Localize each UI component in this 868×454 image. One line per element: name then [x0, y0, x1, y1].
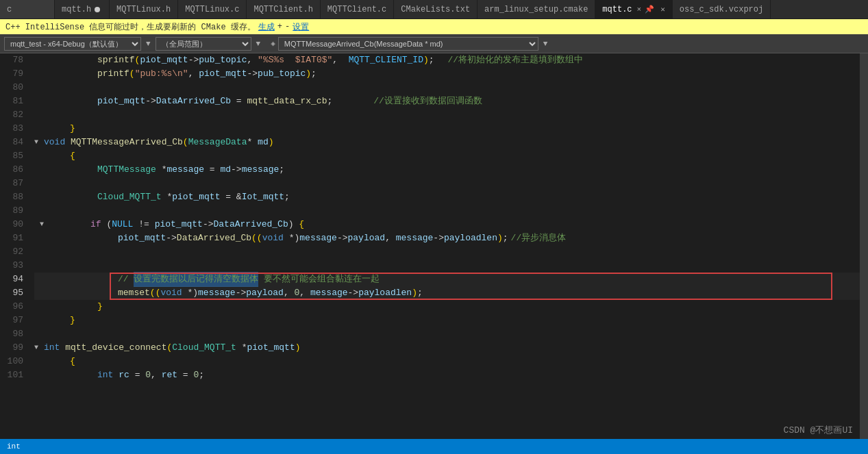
info-text: C++ IntelliSense 信息可能过时，生成要刷新的 CMake 缓存。	[5, 21, 256, 33]
code-78-fn: sprintf	[97, 53, 135, 67]
tab-label: mqtt.h	[62, 5, 91, 14]
settings-link[interactable]: 设置	[293, 21, 309, 33]
tab-label: c	[7, 5, 12, 14]
tab-label: MQTTClient.c	[327, 5, 386, 14]
tab-mqttlinux-c[interactable]: MQTTLinux.c	[178, 0, 247, 18]
code-line-82	[34, 108, 860, 122]
function-icon: ◈	[271, 39, 275, 48]
ln-87: 87	[7, 177, 23, 190]
code-line-79: printf("pub:%s\n", piot_mqtt->pub_topic)…	[34, 67, 860, 81]
tab-label: arm_linux_setup.cmake	[484, 5, 588, 14]
code-line-78: sprintf(piot_mqtt->pub_topic, "%S%s $IAT…	[34, 53, 860, 67]
tab-cmakelists[interactable]: CMakeLists.txt	[394, 0, 478, 18]
function-select[interactable]: MQTTMessageArrived_Cb(MessageData * md)	[278, 37, 538, 51]
project-select[interactable]: mqtt_test - x64-Debug（默认值）	[4, 37, 141, 51]
dropdown-arrow3: ▼	[541, 39, 550, 49]
code-line-88: Cloud_MQTT_t *piot_mqtt = &Iot_mqtt;	[34, 190, 860, 204]
code-line-86: MQTTMessage *message = md->message;	[34, 163, 860, 177]
ln-97: 97	[7, 314, 23, 327]
code-line-80	[34, 81, 860, 94]
ln-81: 81	[7, 94, 23, 108]
vertical-scrollbar[interactable]	[860, 53, 868, 454]
code-line-92	[34, 245, 860, 259]
collapse-icon-84[interactable]: ▼	[34, 136, 42, 149]
tab-bar: c mqtt.h MQTTLinux.h MQTTLinux.c MQTTCli…	[0, 0, 868, 19]
modified-indicator	[95, 7, 100, 12]
status-bar: int	[0, 439, 868, 454]
code-line-99: ▼ int mqtt_device_connect(Cloud_MQTT_t *…	[34, 341, 860, 355]
code-line-81: piot_mqtt->DataArrived_Cb = mqtt_data_rx…	[34, 94, 860, 108]
code-content[interactable]: sprintf(piot_mqtt->pub_topic, "%S%s $IAT…	[29, 53, 860, 454]
tab-label: oss_c_sdk.vcxproj	[680, 5, 763, 14]
ln-80: 80	[7, 81, 23, 94]
pin-icon2: 📌	[645, 5, 654, 14]
comment-81: //设置接收到数据回调函数	[373, 94, 482, 108]
ln-85: 85	[7, 149, 23, 163]
tab-arm-setup[interactable]: arm_linux_setup.cmake	[478, 0, 595, 18]
tab-c[interactable]: c	[0, 0, 55, 18]
code-line-84: ▼ void MQTTMessageArrived_Cb(MessageData…	[34, 136, 860, 149]
sep2: -	[285, 22, 290, 31]
code-line-101: int rc = 0, ret = 0;	[34, 368, 860, 382]
collapse-icon-90[interactable]: ▼	[40, 218, 48, 231]
pin-icon: ×	[637, 5, 642, 14]
tab-label: MQTTLinux.c	[185, 5, 239, 14]
ln-78: 78	[7, 53, 23, 67]
code-line-97: }	[34, 314, 860, 327]
tab-mqttclient-h[interactable]: MQTTClient.h	[247, 0, 320, 18]
editor-area: 78 79 80 81 82 83 84 85 86 87 88 89 90 9…	[0, 53, 868, 454]
code-line-95: memset((void *)message->payload, 0, mess…	[34, 286, 860, 300]
code-line-85: {	[34, 149, 860, 163]
ln-101: 101	[7, 368, 23, 382]
dropdown-arrow: ▼	[144, 39, 153, 49]
ln-86: 86	[7, 163, 23, 177]
line-numbers: 78 79 80 81 82 83 84 85 86 87 88 89 90 9…	[0, 53, 29, 454]
toolbar: mqtt_test - x64-Debug（默认值） ▼ （全局范围） ▼ ◈ …	[0, 34, 868, 53]
code-line-98	[34, 327, 860, 341]
comment-94: //	[118, 273, 134, 286]
tab-mqttlinux-h[interactable]: MQTTLinux.h	[110, 0, 178, 18]
code-line-90: ▼ if (NULL != piot_mqtt->DataArrived_Cb)…	[34, 218, 860, 231]
tab-oss-sdk[interactable]: oss_c_sdk.vcxproj	[673, 0, 771, 18]
ln-94: 94	[7, 273, 23, 286]
ln-91: 91	[7, 231, 23, 245]
ln-100: 100	[7, 355, 23, 368]
code-line-87	[34, 177, 860, 190]
code-line-91: piot_mqtt->DataArrived_Cb((void *)messag…	[34, 231, 860, 245]
code-line-94: // 设置完数据以后记得清空数据体 要不然可能会组合黏连在一起	[34, 273, 860, 286]
ln-79: 79	[7, 67, 23, 81]
ln-95: 95	[7, 286, 23, 300]
scope-select[interactable]: （全局范围）	[156, 37, 251, 51]
tab-mqtt-c[interactable]: mqtt.c × 📌 ✕	[595, 0, 672, 18]
code-line-100: {	[34, 355, 860, 368]
collapse-icon-99[interactable]: ▼	[34, 341, 42, 355]
tab-label: mqtt.c	[602, 5, 632, 14]
info-bar: C++ IntelliSense 信息可能过时，生成要刷新的 CMake 缓存。…	[0, 19, 868, 34]
ln-88: 88	[7, 190, 23, 204]
code-line-83: }	[34, 122, 860, 136]
ln-99: 99	[7, 341, 23, 355]
tab-label: CMakeLists.txt	[401, 5, 470, 14]
ln-84: 84	[7, 136, 23, 149]
ln-83: 83	[7, 122, 23, 136]
ln-93: 93	[7, 259, 23, 273]
build-link[interactable]: 生成	[258, 21, 275, 33]
code-line-89	[34, 204, 860, 218]
sep1: +	[277, 22, 282, 31]
code-line-96: }	[34, 300, 860, 314]
ln-89: 89	[7, 204, 23, 218]
watermark: CSDN @不想画UI	[784, 424, 853, 438]
dropdown-arrow2: ▼	[254, 39, 263, 49]
tab-label: MQTTLinux.h	[116, 5, 171, 14]
tab-label: MQTTClient.h	[253, 5, 312, 14]
comment-94b: 要不然可能会组合黏连在一起	[258, 273, 380, 286]
tab-close-button[interactable]: ✕	[660, 5, 665, 14]
ln-82: 82	[7, 108, 23, 122]
ln-98: 98	[7, 327, 23, 341]
ln-92: 92	[7, 245, 23, 259]
ln-90: 90	[7, 218, 23, 231]
tab-mqtt-h[interactable]: mqtt.h	[55, 0, 110, 18]
tab-mqttclient-c[interactable]: MQTTClient.c	[321, 0, 394, 18]
selected-text-94: 设置完数据以后记得清空数据体	[134, 272, 258, 287]
comment-78: //将初始化的发布主题填到数组中	[448, 53, 584, 67]
